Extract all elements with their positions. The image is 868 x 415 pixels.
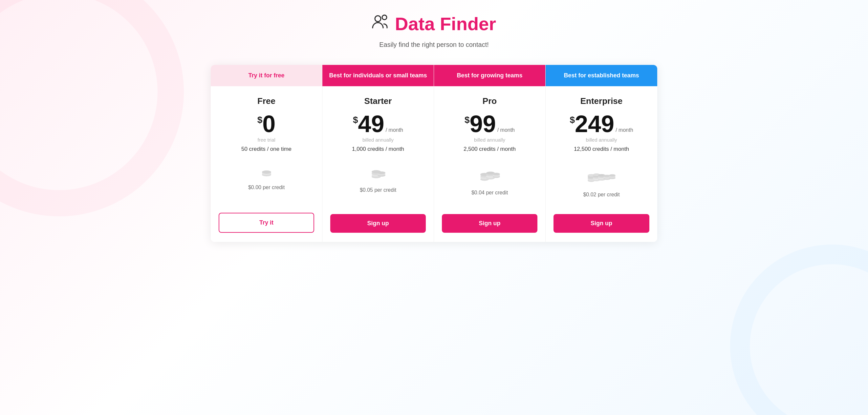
plan-name-enterprise: Enterprise [581,96,623,106]
plan-name-starter: Starter [364,96,392,106]
price-row-starter: $ 49 / month [353,112,403,136]
per-credit-pro: $0.04 per credit [471,190,508,196]
price-dollar-enterprise: $ [569,115,575,125]
coin-icon-starter [370,166,387,180]
price-amount-free: 0 [262,112,275,136]
card-body-free: Free $ 0 free trial 50 credits / one tim… [211,86,322,206]
price-dollar-starter: $ [353,115,358,125]
svg-point-22 [493,173,500,175]
per-credit-free: $0.00 per credit [248,184,285,191]
price-period-starter: / month [386,127,403,136]
card-footer-enterprise: Sign up [546,207,657,242]
price-dollar-pro: $ [465,115,470,125]
price-period-pro: / month [497,127,515,136]
card-header-pro: Best for growing teams [434,65,545,86]
try-it-button[interactable]: Try it [219,213,314,233]
pricing-card-free: Try it for free Free $ 0 free trial 50 c… [211,65,322,242]
pricing-grid: Try it for free Free $ 0 free trial 50 c… [211,65,657,242]
price-amount-starter: 49 [358,112,384,136]
card-body-pro: Pro $ 99 / month billed annually 2,500 c… [434,86,545,207]
price-period-enterprise: / month [616,127,633,136]
card-body-enterprise: Enterprise $ 249 / month billed annually… [546,86,657,207]
price-row-free: $ 0 [257,112,276,136]
svg-point-1 [382,15,387,20]
coin-icon-pro [479,166,501,182]
svg-point-4 [262,170,271,174]
page-subtitle: Easily find the right person to contact! [211,41,657,48]
page-header: Data Finder Easily find the right person… [211,13,657,48]
coin-icon-free [261,166,273,177]
price-amount-enterprise: 249 [575,112,614,136]
billing-note-free: free trial [257,137,275,143]
svg-point-11 [377,171,385,174]
billing-note-starter: billed annually [363,137,394,143]
credits-note-enterprise: 12,500 credits / month [574,146,629,152]
price-dollar-free: $ [257,115,262,125]
plan-name-free: Free [257,96,275,106]
svg-point-0 [375,16,381,22]
pricing-card-enterprise: Best for established teams Enterprise $ … [546,65,657,242]
logo-row: Data Finder [211,13,657,34]
credits-note-pro: 2,500 credits / month [464,146,516,152]
billing-note-pro: billed annually [474,137,505,143]
card-footer-starter: Sign up [322,207,434,242]
pricing-card-starter: Best for individuals or small teams Star… [322,65,434,242]
page-title: Data Finder [395,13,496,34]
container: Data Finder Easily find the right person… [204,0,664,255]
coin-icon-enterprise [587,166,616,184]
billing-note-enterprise: billed annually [586,137,617,143]
card-body-starter: Starter $ 49 / month billed annually 1,0… [322,86,434,207]
signup-button-starter[interactable]: Sign up [330,214,426,233]
plan-name-pro: Pro [483,96,497,106]
svg-point-42 [609,174,616,177]
page-wrapper: Data Finder Easily find the right person… [0,0,868,415]
signup-button-enterprise[interactable]: Sign up [554,214,649,233]
logo-icon [372,14,390,33]
signup-button-pro[interactable]: Sign up [442,214,537,233]
card-footer-free: Try it [211,206,322,242]
price-amount-pro: 99 [470,112,496,136]
pricing-card-pro: Best for growing teams Pro $ 99 / month … [434,65,546,242]
price-row-pro: $ 99 / month [465,112,515,136]
card-header-starter: Best for individuals or small teams [322,65,434,86]
per-credit-enterprise: $0.02 per credit [583,192,619,198]
per-credit-starter: $0.05 per credit [360,187,396,193]
card-header-enterprise: Best for established teams [546,65,657,86]
card-footer-pro: Sign up [434,207,545,242]
credits-note-free: 50 credits / one time [241,146,291,152]
price-row-enterprise: $ 249 / month [569,112,633,136]
credits-note-starter: 1,000 credits / month [352,146,404,152]
card-header-free: Try it for free [211,65,322,86]
